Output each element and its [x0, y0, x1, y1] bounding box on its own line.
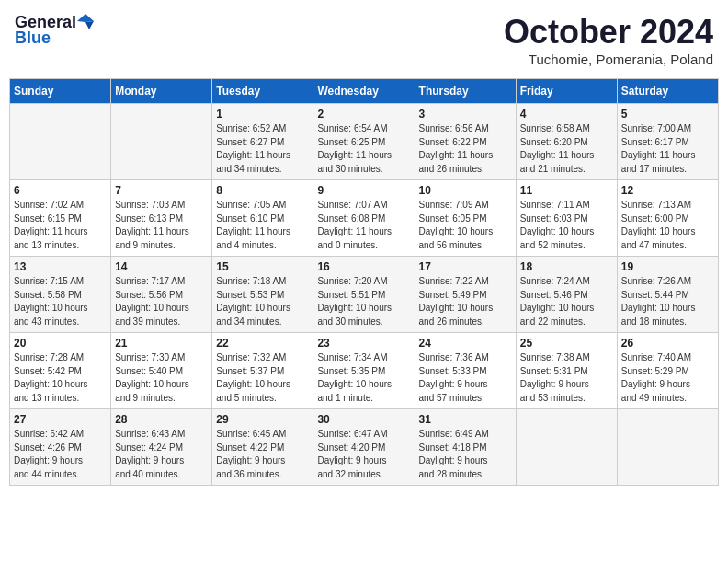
day-info: Sunrise: 7:05 AM Sunset: 6:10 PM Dayligh… [216, 199, 309, 252]
weekday-header: Friday [516, 79, 617, 104]
day-number: 28 [115, 413, 208, 426]
day-number: 18 [520, 260, 613, 273]
svg-marker-0 [77, 14, 94, 22]
day-number: 23 [317, 337, 410, 350]
day-number: 24 [419, 337, 512, 350]
day-number: 27 [14, 413, 107, 426]
day-info: Sunrise: 7:13 AM Sunset: 6:00 PM Dayligh… [621, 199, 714, 252]
calendar-cell: 15Sunrise: 7:18 AM Sunset: 5:53 PM Dayli… [212, 257, 313, 333]
calendar-cell: 3Sunrise: 6:56 AM Sunset: 6:22 PM Daylig… [415, 104, 516, 180]
day-number: 1 [216, 108, 309, 121]
calendar-cell: 25Sunrise: 7:38 AM Sunset: 5:31 PM Dayli… [516, 333, 617, 409]
day-info: Sunrise: 7:32 AM Sunset: 5:37 PM Dayligh… [216, 351, 309, 405]
calendar-cell: 18Sunrise: 7:24 AM Sunset: 5:46 PM Dayli… [516, 257, 617, 333]
day-number: 11 [520, 184, 613, 197]
day-info: Sunrise: 7:34 AM Sunset: 5:35 PM Dayligh… [317, 351, 410, 405]
svg-marker-1 [85, 21, 94, 29]
calendar-cell: 29Sunrise: 6:45 AM Sunset: 4:22 PM Dayli… [212, 409, 313, 486]
calendar-cell: 22Sunrise: 7:32 AM Sunset: 5:37 PM Dayli… [212, 333, 313, 409]
day-number: 13 [14, 260, 107, 273]
day-info: Sunrise: 7:26 AM Sunset: 5:44 PM Dayligh… [621, 275, 714, 328]
day-info: Sunrise: 7:00 AM Sunset: 6:17 PM Dayligh… [621, 122, 714, 176]
day-info: Sunrise: 6:42 AM Sunset: 4:26 PM Dayligh… [14, 428, 107, 481]
day-number: 2 [317, 108, 410, 121]
day-number: 16 [317, 260, 410, 273]
day-info: Sunrise: 7:22 AM Sunset: 5:49 PM Dayligh… [419, 275, 512, 328]
day-number: 31 [419, 413, 512, 426]
day-info: Sunrise: 6:47 AM Sunset: 4:20 PM Dayligh… [317, 428, 410, 481]
logo: General Blue [15, 13, 94, 48]
day-info: Sunrise: 7:24 AM Sunset: 5:46 PM Dayligh… [520, 275, 613, 328]
day-number: 9 [317, 184, 410, 197]
calendar-week-row: 1Sunrise: 6:52 AM Sunset: 6:27 PM Daylig… [10, 104, 719, 180]
calendar-cell: 14Sunrise: 7:17 AM Sunset: 5:56 PM Dayli… [111, 257, 212, 333]
day-info: Sunrise: 7:07 AM Sunset: 6:08 PM Dayligh… [317, 199, 410, 252]
calendar-cell: 26Sunrise: 7:40 AM Sunset: 5:29 PM Dayli… [617, 333, 718, 409]
location: Tuchomie, Pomerania, Poland [504, 52, 713, 67]
day-number: 7 [115, 184, 208, 197]
day-number: 22 [216, 337, 309, 350]
day-info: Sunrise: 7:28 AM Sunset: 5:42 PM Dayligh… [14, 351, 107, 405]
day-info: Sunrise: 7:20 AM Sunset: 5:51 PM Dayligh… [317, 275, 410, 328]
calendar-cell: 28Sunrise: 6:43 AM Sunset: 4:24 PM Dayli… [111, 409, 212, 486]
weekday-header: Monday [111, 79, 212, 104]
calendar-cell: 7Sunrise: 7:03 AM Sunset: 6:13 PM Daylig… [111, 180, 212, 257]
day-info: Sunrise: 7:30 AM Sunset: 5:40 PM Dayligh… [115, 351, 208, 405]
weekday-row: SundayMondayTuesdayWednesdayThursdayFrid… [10, 79, 719, 104]
calendar-cell: 9Sunrise: 7:07 AM Sunset: 6:08 PM Daylig… [313, 180, 415, 257]
day-info: Sunrise: 6:45 AM Sunset: 4:22 PM Dayligh… [216, 428, 309, 481]
calendar-body: 1Sunrise: 6:52 AM Sunset: 6:27 PM Daylig… [10, 104, 719, 486]
day-info: Sunrise: 6:54 AM Sunset: 6:25 PM Dayligh… [317, 122, 410, 176]
calendar-cell [10, 104, 111, 180]
month-title: October 2024 [504, 13, 713, 52]
day-info: Sunrise: 7:17 AM Sunset: 5:56 PM Dayligh… [115, 275, 208, 328]
day-info: Sunrise: 7:15 AM Sunset: 5:58 PM Dayligh… [14, 275, 107, 328]
title-block: October 2024 Tuchomie, Pomerania, Poland [504, 13, 713, 67]
calendar-cell: 27Sunrise: 6:42 AM Sunset: 4:26 PM Dayli… [10, 409, 111, 486]
calendar-cell: 20Sunrise: 7:28 AM Sunset: 5:42 PM Dayli… [10, 333, 111, 409]
calendar-cell: 19Sunrise: 7:26 AM Sunset: 5:44 PM Dayli… [617, 257, 718, 333]
calendar-cell: 30Sunrise: 6:47 AM Sunset: 4:20 PM Dayli… [313, 409, 415, 486]
day-number: 25 [520, 337, 613, 350]
calendar-cell: 8Sunrise: 7:05 AM Sunset: 6:10 PM Daylig… [212, 180, 313, 257]
day-info: Sunrise: 6:56 AM Sunset: 6:22 PM Dayligh… [419, 122, 512, 176]
day-number: 4 [520, 108, 613, 121]
day-number: 10 [419, 184, 512, 197]
day-info: Sunrise: 7:09 AM Sunset: 6:05 PM Dayligh… [419, 199, 512, 252]
calendar-cell: 5Sunrise: 7:00 AM Sunset: 6:17 PM Daylig… [617, 104, 718, 180]
calendar-header: SundayMondayTuesdayWednesdayThursdayFrid… [10, 79, 719, 104]
weekday-header: Wednesday [313, 79, 415, 104]
calendar-table: SundayMondayTuesdayWednesdayThursdayFrid… [9, 78, 719, 486]
day-number: 26 [621, 337, 714, 350]
day-info: Sunrise: 7:36 AM Sunset: 5:33 PM Dayligh… [419, 351, 512, 405]
day-number: 19 [621, 260, 714, 273]
calendar-cell [617, 409, 718, 486]
day-number: 5 [621, 108, 714, 121]
logo-bird-icon [77, 13, 94, 29]
calendar-cell: 21Sunrise: 7:30 AM Sunset: 5:40 PM Dayli… [111, 333, 212, 409]
calendar-cell: 6Sunrise: 7:02 AM Sunset: 6:15 PM Daylig… [10, 180, 111, 257]
day-number: 17 [419, 260, 512, 273]
day-number: 21 [115, 337, 208, 350]
day-info: Sunrise: 7:11 AM Sunset: 6:03 PM Dayligh… [520, 199, 613, 252]
calendar-cell: 31Sunrise: 6:49 AM Sunset: 4:18 PM Dayli… [415, 409, 516, 486]
day-info: Sunrise: 7:03 AM Sunset: 6:13 PM Dayligh… [115, 199, 208, 252]
day-number: 14 [115, 260, 208, 273]
weekday-header: Saturday [617, 79, 718, 104]
weekday-header: Sunday [10, 79, 111, 104]
day-info: Sunrise: 7:18 AM Sunset: 5:53 PM Dayligh… [216, 275, 309, 328]
calendar-cell [516, 409, 617, 486]
calendar-cell: 23Sunrise: 7:34 AM Sunset: 5:35 PM Dayli… [313, 333, 415, 409]
day-number: 29 [216, 413, 309, 426]
day-info: Sunrise: 7:40 AM Sunset: 5:29 PM Dayligh… [621, 351, 714, 405]
weekday-header: Tuesday [212, 79, 313, 104]
day-info: Sunrise: 6:58 AM Sunset: 6:20 PM Dayligh… [520, 122, 613, 176]
calendar-cell: 17Sunrise: 7:22 AM Sunset: 5:49 PM Dayli… [415, 257, 516, 333]
calendar-cell: 12Sunrise: 7:13 AM Sunset: 6:00 PM Dayli… [617, 180, 718, 257]
day-number: 12 [621, 184, 714, 197]
day-info: Sunrise: 6:49 AM Sunset: 4:18 PM Dayligh… [419, 428, 512, 481]
day-number: 8 [216, 184, 309, 197]
calendar-cell [111, 104, 212, 180]
calendar-week-row: 20Sunrise: 7:28 AM Sunset: 5:42 PM Dayli… [10, 333, 719, 409]
weekday-header: Thursday [415, 79, 516, 104]
